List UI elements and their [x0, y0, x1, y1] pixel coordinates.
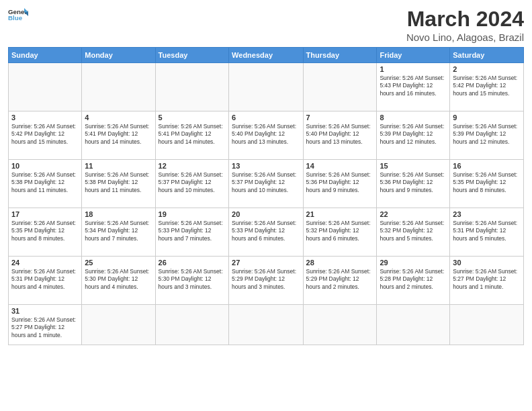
week-row-2: 3Sunrise: 5:26 AM Sunset: 5:42 PM Daylig… [9, 111, 524, 160]
day-cell: 21Sunrise: 5:26 AM Sunset: 5:32 PM Dayli… [303, 208, 377, 257]
week-row-1: 1Sunrise: 5:26 AM Sunset: 5:43 PM Daylig… [9, 63, 524, 111]
day-cell: 19Sunrise: 5:26 AM Sunset: 5:33 PM Dayli… [155, 208, 228, 257]
day-info: Sunrise: 5:26 AM Sunset: 5:35 PM Dayligh… [453, 171, 521, 194]
subtitle: Novo Lino, Alagoas, Brazil [406, 32, 524, 43]
day-cell: 9Sunrise: 5:26 AM Sunset: 5:39 PM Daylig… [450, 111, 524, 160]
day-cell [303, 305, 377, 345]
day-cell [229, 305, 303, 345]
day-number: 4 [85, 113, 152, 122]
day-info: Sunrise: 5:26 AM Sunset: 5:33 PM Dayligh… [159, 220, 226, 242]
calendar-table: SundayMondayTuesdayWednesdayThursdayFrid… [8, 47, 524, 345]
day-number: 13 [232, 162, 300, 170]
day-number: 8 [380, 113, 447, 122]
week-row-3: 10Sunrise: 5:26 AM Sunset: 5:38 PM Dayli… [9, 160, 524, 208]
page: General Blue March 2024 Novo Lino, Alago… [0, 0, 532, 411]
day-number: 12 [159, 162, 226, 170]
week-row-4: 17Sunrise: 5:26 AM Sunset: 5:35 PM Dayli… [9, 208, 524, 257]
header-row: SundayMondayTuesdayWednesdayThursdayFrid… [9, 48, 524, 63]
day-cell: 12Sunrise: 5:26 AM Sunset: 5:37 PM Dayli… [155, 160, 228, 208]
day-info: Sunrise: 5:26 AM Sunset: 5:34 PM Dayligh… [85, 220, 152, 242]
col-header-monday: Monday [82, 48, 155, 63]
day-info: Sunrise: 5:26 AM Sunset: 5:38 PM Dayligh… [85, 171, 152, 194]
day-info: Sunrise: 5:26 AM Sunset: 5:32 PM Dayligh… [380, 220, 447, 242]
col-header-saturday: Saturday [450, 48, 524, 63]
day-number: 15 [380, 162, 447, 170]
day-cell [303, 63, 377, 111]
day-cell: 30Sunrise: 5:26 AM Sunset: 5:27 PM Dayli… [450, 257, 524, 305]
day-cell [155, 63, 228, 111]
day-cell [450, 305, 524, 345]
day-cell: 23Sunrise: 5:26 AM Sunset: 5:31 PM Dayli… [450, 208, 524, 257]
logo: General Blue [8, 7, 28, 21]
day-info: Sunrise: 5:26 AM Sunset: 5:42 PM Dayligh… [453, 75, 521, 97]
day-cell: 2Sunrise: 5:26 AM Sunset: 5:42 PM Daylig… [450, 63, 524, 111]
day-info: Sunrise: 5:26 AM Sunset: 5:31 PM Dayligh… [11, 268, 79, 291]
day-number: 23 [453, 210, 521, 218]
day-number: 3 [11, 113, 79, 122]
day-cell [155, 305, 228, 345]
day-info: Sunrise: 5:26 AM Sunset: 5:40 PM Dayligh… [232, 123, 300, 146]
day-number: 30 [453, 259, 521, 267]
day-cell: 5Sunrise: 5:26 AM Sunset: 5:41 PM Daylig… [155, 111, 228, 160]
day-cell: 26Sunrise: 5:26 AM Sunset: 5:30 PM Dayli… [155, 257, 228, 305]
day-number: 20 [232, 210, 300, 218]
day-number: 31 [11, 307, 79, 315]
day-info: Sunrise: 5:26 AM Sunset: 5:38 PM Dayligh… [11, 171, 79, 194]
day-cell: 28Sunrise: 5:26 AM Sunset: 5:29 PM Dayli… [303, 257, 377, 305]
col-header-thursday: Thursday [303, 48, 377, 63]
col-header-tuesday: Tuesday [155, 48, 228, 63]
day-info: Sunrise: 5:26 AM Sunset: 5:35 PM Dayligh… [11, 220, 79, 242]
day-info: Sunrise: 5:26 AM Sunset: 5:37 PM Dayligh… [159, 171, 226, 194]
day-cell: 15Sunrise: 5:26 AM Sunset: 5:36 PM Dayli… [377, 160, 450, 208]
day-info: Sunrise: 5:26 AM Sunset: 5:40 PM Dayligh… [306, 123, 374, 146]
day-cell: 18Sunrise: 5:26 AM Sunset: 5:34 PM Dayli… [82, 208, 155, 257]
day-number: 18 [85, 210, 152, 218]
day-info: Sunrise: 5:26 AM Sunset: 5:36 PM Dayligh… [380, 171, 447, 194]
day-number: 1 [380, 65, 447, 73]
day-cell: 20Sunrise: 5:26 AM Sunset: 5:33 PM Dayli… [229, 208, 303, 257]
day-cell: 25Sunrise: 5:26 AM Sunset: 5:30 PM Dayli… [82, 257, 155, 305]
day-cell: 1Sunrise: 5:26 AM Sunset: 5:43 PM Daylig… [377, 63, 450, 111]
day-number: 7 [306, 113, 374, 122]
col-header-wednesday: Wednesday [229, 48, 303, 63]
day-cell: 17Sunrise: 5:26 AM Sunset: 5:35 PM Dayli… [9, 208, 82, 257]
day-info: Sunrise: 5:26 AM Sunset: 5:30 PM Dayligh… [85, 268, 152, 291]
day-cell: 11Sunrise: 5:26 AM Sunset: 5:38 PM Dayli… [82, 160, 155, 208]
day-number: 11 [85, 162, 152, 170]
day-info: Sunrise: 5:26 AM Sunset: 5:33 PM Dayligh… [232, 220, 300, 242]
day-cell: 27Sunrise: 5:26 AM Sunset: 5:29 PM Dayli… [229, 257, 303, 305]
day-cell: 22Sunrise: 5:26 AM Sunset: 5:32 PM Dayli… [377, 208, 450, 257]
day-info: Sunrise: 5:26 AM Sunset: 5:41 PM Dayligh… [159, 123, 226, 146]
day-info: Sunrise: 5:26 AM Sunset: 5:27 PM Dayligh… [11, 316, 79, 339]
day-cell: 14Sunrise: 5:26 AM Sunset: 5:36 PM Dayli… [303, 160, 377, 208]
day-number: 22 [380, 210, 447, 218]
col-header-friday: Friday [377, 48, 450, 63]
day-cell [9, 63, 82, 111]
week-row-6: 31Sunrise: 5:26 AM Sunset: 5:27 PM Dayli… [9, 305, 524, 345]
day-number: 25 [85, 259, 152, 267]
day-number: 28 [306, 259, 374, 267]
day-cell: 8Sunrise: 5:26 AM Sunset: 5:39 PM Daylig… [377, 111, 450, 160]
day-info: Sunrise: 5:26 AM Sunset: 5:41 PM Dayligh… [85, 123, 152, 146]
title-block: March 2024 Novo Lino, Alagoas, Brazil [406, 7, 524, 43]
day-cell: 6Sunrise: 5:26 AM Sunset: 5:40 PM Daylig… [229, 111, 303, 160]
day-number: 14 [306, 162, 374, 170]
day-info: Sunrise: 5:26 AM Sunset: 5:27 PM Dayligh… [453, 268, 521, 291]
day-cell: 16Sunrise: 5:26 AM Sunset: 5:35 PM Dayli… [450, 160, 524, 208]
day-number: 21 [306, 210, 374, 218]
day-number: 10 [11, 162, 79, 170]
day-info: Sunrise: 5:26 AM Sunset: 5:39 PM Dayligh… [453, 123, 521, 146]
day-cell: 13Sunrise: 5:26 AM Sunset: 5:37 PM Dayli… [229, 160, 303, 208]
day-info: Sunrise: 5:26 AM Sunset: 5:31 PM Dayligh… [453, 220, 521, 242]
day-number: 16 [453, 162, 521, 170]
logo-icon: General Blue [8, 7, 28, 21]
day-number: 29 [380, 259, 447, 267]
day-info: Sunrise: 5:26 AM Sunset: 5:28 PM Dayligh… [380, 268, 447, 291]
day-info: Sunrise: 5:26 AM Sunset: 5:42 PM Dayligh… [11, 123, 79, 146]
day-info: Sunrise: 5:26 AM Sunset: 5:29 PM Dayligh… [306, 268, 374, 291]
day-info: Sunrise: 5:26 AM Sunset: 5:36 PM Dayligh… [306, 171, 374, 194]
day-number: 5 [159, 113, 226, 122]
header: General Blue March 2024 Novo Lino, Alago… [8, 7, 524, 43]
day-cell: 4Sunrise: 5:26 AM Sunset: 5:41 PM Daylig… [82, 111, 155, 160]
day-number: 24 [11, 259, 79, 267]
